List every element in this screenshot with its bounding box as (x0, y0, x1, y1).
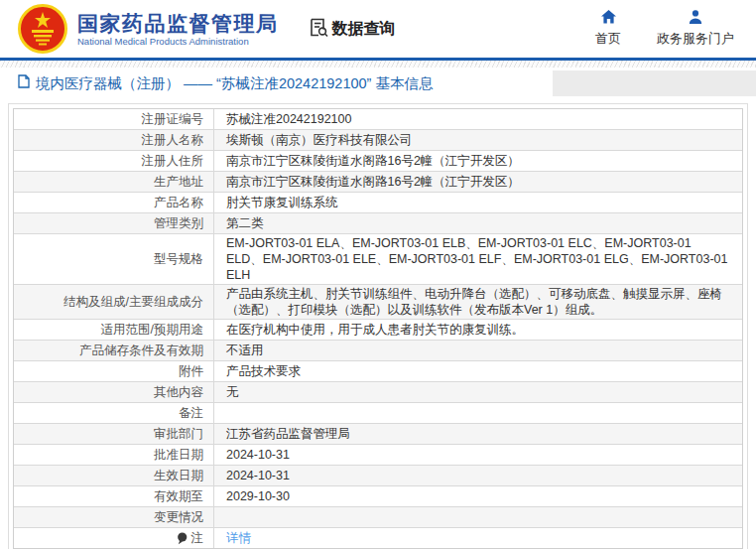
agency-title-block: 国家药品监督管理局 National Medical Products Admi… (77, 11, 279, 48)
home-icon (601, 10, 616, 27)
nav-home[interactable]: 首页 (595, 10, 621, 48)
table-row: 型号规格 EM-JORT03-01 ELA、EM-JORT03-01 ELB、E… (14, 234, 742, 285)
table-label: 适用范围/预期用途 (101, 322, 203, 338)
table-row: 注 详情 (14, 528, 742, 548)
table-label: 注册人住所 (142, 153, 204, 169)
table-value: 在医疗机构中使用，用于成人患者肘关节的康复训练。 (226, 322, 524, 338)
table-row: 结构及组成/主要组成成分 产品由系统主机、肘关节训练组件、电动升降台（选配）、可… (14, 285, 742, 320)
table-row: 注册人名称 埃斯顿（南京）医疗科技有限公司 (14, 130, 742, 151)
table-row: 注册人住所 南京市江宁区秣陵街道水阁路16号2幢（江宁开发区） (14, 151, 742, 172)
table-label-cell: 附件 (14, 361, 214, 381)
table-label: 生效日期 (154, 468, 203, 483)
table-value: 肘关节康复训练系统 (226, 195, 338, 210)
national-emblem-icon (18, 4, 67, 54)
table-value: 南京市江宁区秣陵街道水阁路16号2幢（江宁开发区） (226, 174, 520, 190)
table-label-cell: 产品名称 (14, 193, 214, 212)
table-label: 产品储存条件及有效期 (79, 343, 203, 358)
table-value: 苏械注准20242192100 (226, 111, 351, 127)
table-value-cell: 产品由系统主机、肘关节训练组件、电动升降台（选配）、可移动底盘、触摸显示屏、座椅… (214, 285, 742, 319)
table-value: 2029-10-30 (226, 488, 290, 504)
table-label: 其他内容 (154, 384, 203, 400)
table-value: 江苏省药品监督管理局 (226, 426, 350, 442)
table-label: 产品名称 (154, 195, 203, 210)
table-label-cell: 适用范围/预期用途 (14, 320, 214, 340)
table-row: 有效期至 2029-10-30 (14, 486, 742, 507)
table-row: 生产地址 南京市江宁区秣陵街道水阁路16号2幢（江宁开发区） (14, 172, 742, 193)
table-row: 备注 (14, 403, 742, 424)
table-value-cell: 南京市江宁区秣陵街道水阁路16号2幢（江宁开发区） (214, 172, 742, 192)
table-label-cell: 注册人住所 (14, 151, 214, 171)
data-query-label: 数据查询 (332, 19, 396, 40)
table-label-cell: 注册人名称 (14, 130, 214, 150)
table-value-cell: 2024-10-31 (214, 466, 742, 485)
table-label-cell: 其他内容 (14, 382, 214, 402)
table-value: 2024-10-31 (226, 447, 290, 463)
detail-link[interactable]: 详情 (226, 530, 251, 546)
table-row: 管理类别 第二类 (14, 213, 742, 234)
table-value-cell: 苏械注准20242192100 (214, 109, 742, 129)
table-value-cell: 2029-10-30 (214, 486, 742, 506)
table-value: 无 (226, 384, 239, 400)
table-label: 附件 (179, 363, 203, 379)
table-label-cell: 管理类别 (14, 213, 214, 233)
table-label-cell: 变更情况 (14, 507, 214, 527)
table-label-cell: 有效期至 (14, 486, 214, 506)
table-value-cell: 第二类 (214, 213, 742, 233)
person-icon (689, 10, 702, 27)
table-value-cell: 详情 (214, 528, 742, 548)
table-label: 生产地址 (154, 174, 203, 190)
agency-name-en: National Medical Products Administration (77, 36, 279, 48)
table-row: 产品储存条件及有效期 不适用 (14, 341, 742, 361)
table-value: 2024-10-31 (226, 468, 290, 483)
page-icon (18, 74, 30, 92)
table-label: 有效期至 (154, 488, 203, 504)
table-label: 变更情况 (154, 509, 203, 525)
table-label: 型号规格 (154, 251, 203, 267)
table-label: 管理类别 (154, 215, 203, 231)
table-row: 审批部门 江苏省药品监督管理局 (14, 424, 742, 445)
table-value-cell: 埃斯顿（南京）医疗科技有限公司 (214, 130, 742, 150)
table-row: 注册证编号 苏械注准20242192100 (14, 109, 742, 130)
table-value-cell: 不适用 (214, 341, 742, 360)
table-row: 变更情况 (14, 507, 742, 528)
table-label: 备注 (179, 405, 203, 421)
table-row: 批准日期 2024-10-31 (14, 445, 742, 466)
table-label-cell: 审批部门 (14, 424, 214, 444)
table-label-cell: 型号规格 (14, 234, 214, 284)
table-label-cell: 生产地址 (14, 172, 214, 192)
table-label-cell: 注册证编号 (14, 109, 214, 129)
table-label-cell: 生效日期 (14, 466, 214, 485)
table-value: 第二类 (226, 215, 264, 231)
table-label-cell: 产品储存条件及有效期 (14, 341, 214, 360)
nav-home-label: 首页 (595, 30, 621, 48)
nav-gov-portal[interactable]: 政务服务门户 (657, 10, 734, 48)
registration-info-table: 注册证编号 苏械注准20242192100 注册人名称 埃斯顿（南京）医疗科技有… (13, 108, 743, 549)
table-row: 适用范围/预期用途 在医疗机构中使用，用于成人患者肘关节的康复训练。 (14, 320, 742, 341)
nav-gov-portal-label: 政务服务门户 (657, 30, 734, 48)
table-label: 注册人名称 (142, 132, 204, 148)
table-value-cell: 肘关节康复训练系统 (214, 193, 742, 212)
table-value: EM-JORT03-01 ELA、EM-JORT03-01 ELB、EM-JOR… (226, 235, 730, 283)
table-label-cell: 备注 (14, 403, 214, 423)
table-value: 产品由系统主机、肘关节训练组件、电动升降台（选配）、可移动底盘、触摸显示屏、座椅… (226, 286, 730, 318)
table-label-cell: 批准日期 (14, 445, 214, 465)
table-value-cell: 无 (214, 382, 742, 402)
document-search-icon (309, 17, 329, 42)
table-row: 附件 产品技术要求 (14, 361, 742, 382)
table-row: 其他内容 无 (14, 382, 742, 403)
table-value: 产品技术要求 (226, 363, 301, 379)
data-query-button[interactable]: 数据查询 (309, 17, 396, 42)
agency-name-cn: 国家药品监督管理局 (77, 11, 279, 36)
table-row: 产品名称 肘关节康复训练系统 (14, 193, 742, 213)
site-header: 国家药品监督管理局 National Medical Products Admi… (0, 0, 756, 58)
breadcrumb-text: 境内医疗器械（注册） —— “苏械注准20242192100” 基本信息 (36, 74, 433, 93)
table-value-cell (214, 507, 742, 527)
table-value: 不适用 (226, 343, 264, 358)
table-value-cell: EM-JORT03-01 ELA、EM-JORT03-01 ELB、EM-JOR… (214, 234, 742, 284)
info-panel: 注册证编号 苏械注准20242192100 注册人名称 埃斯顿（南京）医疗科技有… (8, 103, 748, 549)
table-label: 批准日期 (154, 447, 203, 463)
table-value-cell: 在医疗机构中使用，用于成人患者肘关节的康复训练。 (214, 320, 742, 340)
table-value-cell: 南京市江宁区秣陵街道水阁路16号2幢（江宁开发区） (214, 151, 742, 171)
table-value-cell: 江苏省药品监督管理局 (214, 424, 742, 444)
breadcrumb: 境内医疗器械（注册） —— “苏械注准20242192100” 基本信息 (0, 70, 553, 96)
